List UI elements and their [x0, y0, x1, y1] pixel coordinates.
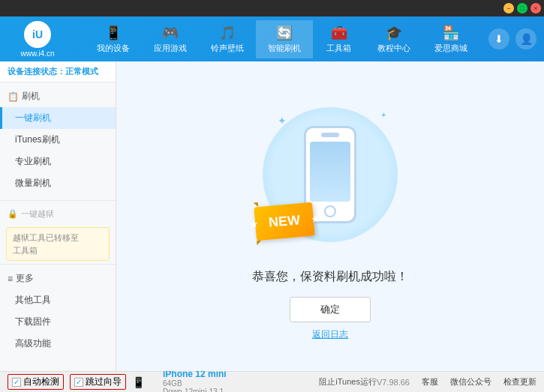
- phone-illustration: ✦ ✦ ✦ ★ NEW ★: [263, 92, 398, 257]
- itunes-status-text: 阻止iTunes运行: [319, 376, 377, 388]
- nav-app-store[interactable]: 🏪 爱思商城: [422, 20, 479, 58]
- titlebar: − □ ×: [0, 0, 544, 16]
- nav-bar: 📱 我的设备 🎮 应用游戏 🎵 铃声壁纸 🔄 智能刷机 🧰 工具箱 🎓 教程中心…: [75, 20, 488, 58]
- device-model: Down-12mini-13,1: [163, 388, 227, 393]
- other-tools-label: 其他工具: [15, 295, 51, 305]
- sidebar-item-download-firmware[interactable]: 下载固件: [0, 311, 116, 333]
- flash-section-header: 📋 刷机: [0, 85, 116, 107]
- phone-notch: [321, 133, 339, 137]
- sidebar-divider-2: [0, 264, 116, 265]
- ribbon-star-left: ★: [249, 218, 258, 229]
- more-header-label: 更多: [16, 272, 34, 285]
- advanced-label: 高级功能: [15, 338, 51, 349]
- main-content: 设备连接状态：正常模式 📋 刷机 一键刷机 iTunes刷机 专业刷机 微量刷机…: [0, 61, 544, 371]
- status-value: 正常模式: [65, 67, 98, 76]
- jailbreak-disabled-item: 🔒 一键越狱: [0, 204, 116, 224]
- download-icon: ⬇: [494, 33, 503, 45]
- lock-icon: 🔒: [8, 209, 18, 219]
- main-area: ✦ ✦ ✦ ★ NEW ★ 恭喜您，保资料刷机成功啦！ 确定 返回日志: [116, 61, 544, 371]
- nav-my-device[interactable]: 📱 我的设备: [85, 20, 142, 58]
- nav-app-store-label: 爱思商城: [434, 43, 467, 54]
- auto-detect-label: 自动检测: [23, 376, 59, 388]
- more-section-header: ≡ 更多: [0, 268, 116, 289]
- nav-toolbox[interactable]: 🧰 工具箱: [313, 20, 365, 58]
- jailbreak-notice: 越狱工具已转移至工具箱: [6, 227, 110, 261]
- sparkle-icon-1: ✦: [278, 115, 287, 127]
- nav-apps-games-label: 应用游戏: [154, 43, 187, 54]
- skip-wizard-label: 跳过向导: [86, 376, 122, 388]
- sparkle-icon-2: ✦: [380, 111, 386, 119]
- close-button[interactable]: ×: [530, 3, 541, 13]
- tutorials-icon: 🎓: [386, 25, 402, 41]
- flash-header-label: 刷机: [22, 90, 40, 103]
- nav-smart-flash[interactable]: 🔄 智能刷机: [256, 20, 313, 58]
- sidebar-divider-1: [0, 200, 116, 201]
- itunes-flash-label: iTunes刷机: [15, 134, 60, 145]
- micro-flash-label: 微量刷机: [15, 178, 51, 188]
- device-storage: 64GB: [163, 379, 227, 388]
- ribbon-text: NEW: [268, 212, 301, 230]
- ringtones-icon: 🎵: [219, 25, 236, 41]
- device-phone-icon: 📱: [132, 376, 145, 388]
- bottom-left: ✓ 自动检测 ✓ 跳过向导 📱 iPhone 12 mini 64GB Down…: [8, 369, 319, 393]
- header: iU www.i4.cn 📱 我的设备 🎮 应用游戏 🎵 铃声壁纸 🔄 智能刷机…: [0, 16, 544, 61]
- status-label: 设备连接状态：: [8, 67, 65, 76]
- logo-subtitle: www.i4.cn: [20, 49, 54, 58]
- device-info: iPhone 12 mini 64GB Down-12mini-13,1: [163, 369, 227, 393]
- success-message: 恭喜您，保资料刷机成功啦！: [252, 269, 408, 285]
- checkbox-box-2: ✓: [74, 378, 83, 387]
- auto-detect-checkbox[interactable]: ✓ 自动检测: [8, 374, 64, 390]
- sidebar-item-advanced[interactable]: 高级功能: [0, 333, 116, 355]
- bottom-right: V7.98.66 客服 微信公众号 检查更新: [377, 376, 536, 388]
- pro-flash-label: 专业刷机: [15, 156, 51, 166]
- connection-status: 设备连接状态：正常模式: [0, 61, 116, 82]
- header-right: ⬇ 👤: [488, 28, 544, 49]
- itunes-status: 阻止iTunes运行: [319, 376, 377, 388]
- sidebar-item-other-tools[interactable]: 其他工具: [0, 289, 116, 311]
- skip-wizard-checkbox[interactable]: ✓ 跳过向导: [70, 374, 126, 390]
- phone-button: [324, 205, 336, 217]
- nav-my-device-label: 我的设备: [97, 43, 130, 54]
- one-click-flash-label: 一键刷机: [15, 112, 51, 123]
- sidebar-item-pro-flash[interactable]: 专业刷机: [0, 151, 116, 172]
- phone-screen: [310, 142, 350, 202]
- download-firmware-label: 下载固件: [15, 316, 51, 327]
- maximize-button[interactable]: □: [517, 3, 527, 13]
- nav-smart-flash-label: 智能刷机: [268, 43, 301, 54]
- jailbreak-label: 一键越狱: [21, 208, 54, 220]
- nav-ringtones[interactable]: 🎵 铃声壁纸: [199, 20, 256, 58]
- smart-flash-icon: 🔄: [276, 25, 293, 41]
- bottom-bar: ✓ 自动检测 ✓ 跳过向导 📱 iPhone 12 mini 64GB Down…: [0, 371, 544, 392]
- version-text: V7.98.66: [377, 378, 410, 387]
- sidebar-item-one-click-flash[interactable]: 一键刷机: [0, 107, 116, 129]
- logo-area: iU www.i4.cn: [0, 21, 75, 58]
- minimize-button[interactable]: −: [503, 3, 514, 13]
- confirm-button[interactable]: 确定: [290, 297, 371, 322]
- flash-header-icon: 📋: [8, 91, 19, 102]
- nav-apps-games[interactable]: 🎮 应用游戏: [142, 20, 199, 58]
- back-to-log-link[interactable]: 返回日志: [312, 328, 348, 341]
- toolbox-icon: 🧰: [331, 25, 347, 41]
- flash-section: 📋 刷机 一键刷机 iTunes刷机 专业刷机 微量刷机: [0, 82, 116, 197]
- user-button[interactable]: 👤: [515, 28, 536, 49]
- new-ribbon: ★ NEW ★: [254, 202, 315, 241]
- download-button[interactable]: ⬇: [488, 28, 509, 49]
- nav-tutorials[interactable]: 🎓 教程中心: [365, 20, 422, 58]
- nav-ringtones-label: 铃声壁纸: [211, 43, 244, 54]
- my-device-icon: 📱: [105, 25, 122, 41]
- user-icon: 👤: [520, 33, 533, 45]
- sidebar-item-micro-flash[interactable]: 微量刷机: [0, 172, 116, 194]
- checkbox-check-1: ✓: [14, 378, 20, 386]
- checkbox-box-1: ✓: [12, 378, 21, 387]
- nav-toolbox-label: 工具箱: [326, 43, 351, 54]
- ribbon-star-right: ★: [311, 213, 320, 224]
- notice-text: 越狱工具已转移至工具箱: [13, 233, 79, 255]
- checkbox-check-2: ✓: [76, 378, 82, 386]
- check-update-link[interactable]: 检查更新: [503, 376, 536, 388]
- wechat-public-link[interactable]: 微信公众号: [450, 376, 491, 388]
- app-store-icon: 🏪: [443, 25, 459, 41]
- logo-circle: iU: [24, 21, 51, 48]
- nav-tutorials-label: 教程中心: [377, 43, 410, 54]
- customer-service-link[interactable]: 客服: [422, 376, 438, 388]
- sidebar-item-itunes-flash[interactable]: iTunes刷机: [0, 129, 116, 151]
